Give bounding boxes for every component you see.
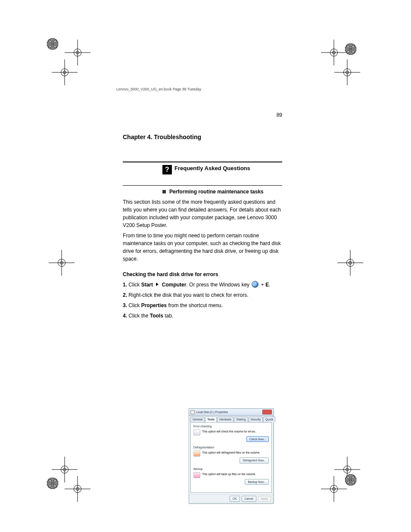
windows-key-icon (252, 281, 258, 288)
group-text: This option will check the volume for er… (202, 429, 269, 434)
divider-thin (123, 185, 282, 186)
backup-icon (193, 472, 200, 478)
tab-tools[interactable]: Tools (205, 417, 217, 422)
apply-button[interactable]: Apply (258, 496, 271, 502)
arrow-right-icon (156, 283, 159, 286)
book-spine-text: Lenovo_3000_V200_UG_en.book Page 89 Tues… (116, 87, 201, 91)
subsection-title: Checking the hard disk drive for errors (123, 271, 282, 278)
tab-general[interactable]: General (190, 417, 205, 422)
step: 3. Click Properties from the shortcut me… (123, 302, 282, 309)
tab-security[interactable]: Security (249, 417, 263, 422)
group-text: This option will defragment files on the… (202, 451, 269, 455)
dialog-title: Local Disk (C:) Properties (196, 410, 261, 414)
tab-quota[interactable]: Quota (263, 417, 275, 422)
tab-sharing[interactable]: Sharing (234, 417, 248, 422)
group-header: Defragmentation (193, 445, 269, 450)
step: 2. Right-click the disk that you want to… (123, 291, 282, 299)
properties-dialog: Local Disk (C:) Properties GeneralToolsH… (189, 408, 274, 504)
ok-button[interactable]: OK (230, 496, 240, 502)
body-text: This section lists some of the more freq… (123, 198, 282, 322)
group-header: Backup (193, 467, 269, 471)
backup-now-button[interactable]: Backup Now... (245, 479, 269, 485)
disk-icon (193, 429, 200, 436)
group-header: Error-checking (193, 424, 269, 429)
defrag-icon (193, 451, 200, 457)
bullet-icon (162, 190, 166, 193)
tab-hardware[interactable]: Hardware (217, 417, 234, 422)
cancel-button[interactable]: Cancel (242, 496, 256, 502)
defragment-now-button[interactable]: Defragment Now... (240, 457, 269, 464)
drive-icon (190, 410, 195, 414)
divider-thick (123, 162, 282, 162)
faq-item-title: Performing routine maintenance tasks (169, 189, 264, 195)
step: 1. Click Start Computer. Or press the Wi… (123, 281, 282, 289)
step: 4. Click the Tools tab. (123, 312, 282, 320)
page-number: 89 (277, 112, 282, 118)
question-icon: ? (162, 165, 172, 174)
chapter-title: Chapter 4. Troubleshooting (123, 134, 201, 140)
group-text: This option will back up files on the vo… (202, 472, 269, 476)
faq-paragraph: From time to time you might need to perf… (123, 232, 282, 263)
faq-heading: Frequently Asked Questions (174, 165, 250, 171)
close-icon[interactable] (262, 410, 272, 414)
check-now-button[interactable]: Check Now... (246, 436, 269, 442)
faq-paragraph: This section lists some of the more freq… (123, 198, 282, 229)
